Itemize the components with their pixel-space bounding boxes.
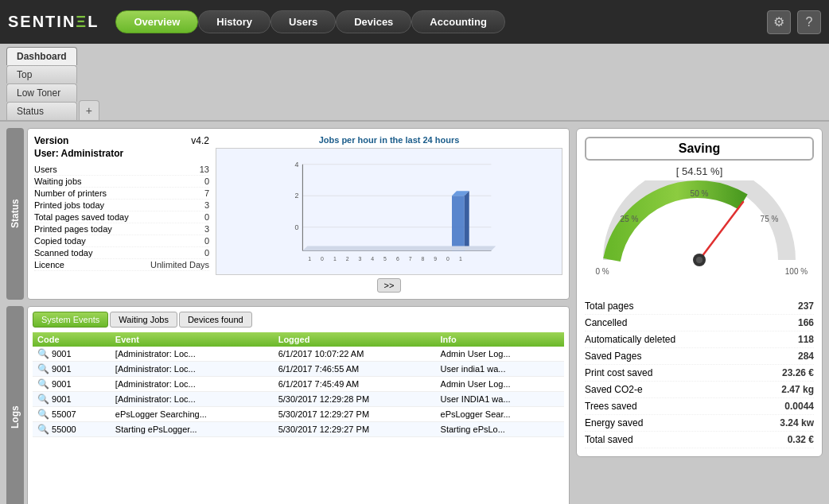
stat-label: Total saved: [585, 434, 633, 445]
nav-btn-users[interactable]: Users: [270, 10, 336, 33]
logs-section-wrapper: Logs System EventsWaiting JobsDevices fo…: [6, 306, 570, 504]
savings-stat-row: Energy saved3.24 kw: [585, 415, 814, 432]
logs-col-code: Code: [33, 332, 111, 347]
stat-value: 0.0044: [784, 401, 814, 412]
svg-text:1: 1: [308, 256, 311, 262]
svg-text:75 %: 75 %: [761, 215, 779, 223]
gauge-container: 0 % 25 % 50 % 75 % 100 %: [585, 180, 814, 292]
log-info: Starting ePsLo...: [436, 422, 564, 437]
log-logged: 6/1/2017 7:45:49 AM: [274, 377, 436, 392]
stat-label: Print cost saved: [585, 367, 652, 378]
status-row-value: Unlimited Days: [150, 260, 209, 269]
status-row-value: 3: [204, 200, 209, 210]
svg-text:0: 0: [295, 223, 299, 231]
svg-marker-10: [465, 191, 469, 250]
table-row[interactable]: 🔍 9001 [Administrator: Loc... 6/1/2017 7…: [33, 362, 564, 377]
svg-text:4: 4: [295, 161, 299, 169]
stat-label: Cancelled: [585, 317, 627, 328]
status-info: Version v4.2 User: Administrator Users13…: [34, 135, 209, 293]
status-row-label: Scanned today: [34, 248, 92, 258]
logs-col-event: Event: [111, 332, 274, 347]
table-row[interactable]: 🔍 9001 [Administrator: Loc... 6/1/2017 1…: [33, 347, 564, 362]
chart-container: 4 2 0 1 0 1 2 3: [216, 148, 562, 275]
stat-label: Saved CO2-e: [585, 384, 643, 395]
tab-status[interactable]: Status: [6, 102, 77, 120]
tab-items: DashboardTopLow TonerStatus: [6, 47, 77, 120]
svg-text:50 %: 50 %: [691, 189, 709, 198]
svg-text:9: 9: [434, 256, 437, 262]
help-icon-btn[interactable]: ?: [797, 10, 821, 34]
tools-icon-btn[interactable]: ⚙: [767, 10, 791, 34]
logs-tab-devices-found[interactable]: Devices found: [179, 312, 252, 328]
svg-text:25 %: 25 %: [621, 215, 639, 223]
chart-section: Jobs per hour in the last 24 hours 4: [216, 135, 562, 293]
chart-more-btn[interactable]: >>: [377, 278, 402, 293]
log-code: 🔍 55007: [33, 407, 111, 422]
status-row-label: Number of printers: [34, 188, 107, 198]
stat-value: 3.24 kw: [780, 417, 814, 428]
status-row-value: 13: [200, 165, 209, 174]
log-logged: 6/1/2017 7:46:55 AM: [274, 362, 436, 377]
logs-tab-waiting-jobs[interactable]: Waiting Jobs: [110, 312, 177, 328]
status-row: Waiting jobs0: [34, 176, 209, 188]
stat-label: Total pages: [585, 300, 633, 312]
logs-col-logged: Logged: [274, 332, 436, 347]
header: SENTINΞL OverviewHistoryUsersDevicesAcco…: [0, 0, 829, 44]
log-code: 🔍 9001: [33, 392, 111, 407]
status-row-label: Total pages saved today: [34, 212, 129, 222]
logs-box: System EventsWaiting JobsDevices found C…: [27, 306, 570, 504]
svg-text:6: 6: [396, 256, 399, 262]
status-row: Users13: [34, 164, 209, 176]
svg-text:8: 8: [421, 256, 424, 262]
svg-line-30: [699, 202, 743, 260]
tab-add-btn[interactable]: +: [79, 100, 99, 120]
saving-percent: [ 54.51 %]: [585, 165, 814, 177]
tab-dashboard[interactable]: Dashboard: [6, 47, 77, 65]
svg-text:3: 3: [358, 256, 361, 262]
user-label: User: Administrator: [34, 148, 209, 159]
status-row-value: 3: [204, 224, 209, 234]
status-row-label: Copied today: [34, 236, 86, 246]
nav-btn-devices[interactable]: Devices: [336, 10, 411, 33]
savings-stat-row: Cancelled166: [585, 315, 814, 331]
table-row[interactable]: 🔍 55007 ePsLogger Searching... 5/30/2017…: [33, 407, 564, 422]
tabbar: DashboardTopLow TonerStatus +: [0, 44, 829, 122]
status-row-label: Waiting jobs: [34, 176, 82, 186]
status-row-label: Printed pages today: [34, 224, 112, 234]
stat-value: 23.26 €: [782, 367, 814, 378]
nav-buttons: OverviewHistoryUsersDevicesAccounting: [115, 10, 504, 33]
nav-btn-accounting[interactable]: Accounting: [411, 10, 505, 33]
table-row[interactable]: 🔍 9001 [Administrator: Loc... 5/30/2017 …: [33, 392, 564, 407]
table-row[interactable]: 🔍 55000 Starting ePsLogger... 5/30/2017 …: [33, 422, 564, 437]
tab-top[interactable]: Top: [6, 65, 77, 83]
log-info: ePsLogger Sear...: [436, 407, 564, 422]
status-section: Version v4.2 User: Administrator Users13…: [27, 128, 570, 300]
log-event: [Administrator: Loc...: [111, 362, 274, 377]
stat-value: 2.47 kg: [781, 384, 814, 395]
bar-chart: 4 2 0 1 0 1 2 3: [216, 149, 562, 274]
logs-tab-system-events[interactable]: System Events: [33, 312, 108, 328]
savings-stat-row: Total pages237: [585, 298, 814, 315]
nav-btn-history[interactable]: History: [198, 10, 270, 33]
status-row-label: Licence: [34, 260, 64, 269]
log-event: [Administrator: Loc...: [111, 392, 274, 407]
nav-btn-overview[interactable]: Overview: [115, 10, 198, 33]
tab-low-toner[interactable]: Low Toner: [6, 83, 77, 102]
status-row: Printed pages today3: [34, 223, 209, 235]
status-row: Total pages saved today0: [34, 211, 209, 223]
log-logged: 5/30/2017 12:29:28 PM: [274, 392, 436, 407]
logs-table-header: CodeEventLoggedInfo: [33, 332, 564, 347]
savings-stat-row: Automatically deleted118: [585, 331, 814, 348]
stat-value: 166: [798, 317, 814, 328]
logs-side-label: Logs: [6, 306, 24, 504]
svg-marker-24: [302, 246, 496, 250]
table-row[interactable]: 🔍 9001 [Administrator: Loc... 6/1/2017 7…: [33, 377, 564, 392]
svg-text:0: 0: [446, 256, 450, 262]
saving-title: Saving: [585, 137, 814, 161]
logs-table-body: 🔍 9001 [Administrator: Loc... 6/1/2017 1…: [33, 347, 564, 437]
stat-label: Energy saved: [585, 417, 643, 428]
status-row-value: 0: [204, 212, 209, 222]
right-panel: Saving [ 54.51 %]: [576, 128, 823, 504]
svg-text:5: 5: [383, 256, 387, 262]
status-row: Scanned today0: [34, 247, 209, 259]
